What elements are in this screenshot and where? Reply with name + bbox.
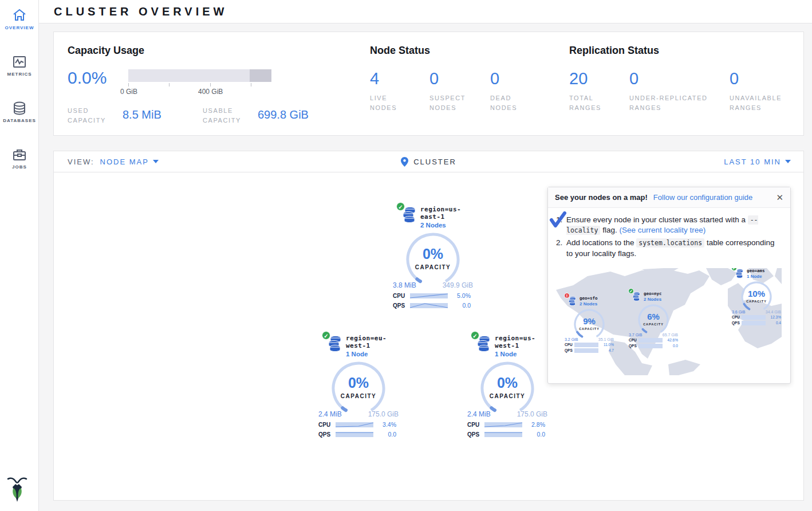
geo-label: geo=nyc [644,291,662,296]
metrics-icon [12,54,27,69]
capacity-percent: 9% [571,316,608,326]
live-nodes-value: 4 [370,70,429,87]
region-label: region=us-west-1 [495,335,553,349]
capacity-caption: CAPACITY [635,323,672,326]
region-card-us-east-1[interactable]: ✓ region=us-east-1 2 Nodes 0% [387,206,479,309]
cpu-label: CPU [629,338,638,342]
unavailable-ranges-label: UNAVAILABLE RANGES [730,93,787,112]
under-replicated-ranges-label: UNDER-REPLICATED RANGES [629,93,721,112]
qps-value: 0.4 [766,321,781,325]
configuration-guide-link[interactable]: Follow our configuration guide [653,193,752,202]
used-capacity-label: USED CAPACITY [68,106,123,125]
system-locations-code: system.locations [636,238,704,247]
capacity-heading: Capacity Usage [68,45,370,57]
cpu-value: 2.8% [522,421,545,428]
database-icon [12,101,27,116]
cpu-value: 11.0% [598,343,614,347]
capacity-caption: CAPACITY [476,393,539,399]
geo-nodes-label: 1 Node [747,274,765,279]
geo-nodes-label: 2 Nodes [644,297,662,302]
region-card-eu-west-1[interactable]: ✓ region=eu-west-1 1 Node 0% C [313,335,404,438]
healthy-check-badge: ✓ [471,331,479,340]
dead-nodes-label: DEAD NODES [490,93,530,112]
cpu-label: CPU [393,293,410,299]
top-bar: CLUSTER OVERVIEW [39,0,812,23]
home-icon [12,8,27,23]
capacity-axis-ticks [128,82,275,87]
region-nodes-link[interactable]: 1 Node [495,351,553,357]
breadcrumb-cluster: CLUSTER [413,158,456,166]
sidebar-item-jobs[interactable]: JOBS [0,139,39,170]
geo-label: geo=ams [747,268,765,273]
region-card-us-west-1[interactable]: ✓ region=us-west-1 1 Node 0% C [462,335,553,438]
popup-step-1: 1.Ensure every node in your cluster was … [556,215,782,235]
capacity-caption: CAPACITY [327,393,390,399]
cpu-sparkline [742,315,766,320]
warning-badge: ! [564,293,570,298]
cpu-label: CPU [565,343,574,347]
capacity-gauge: 0% CAPACITY [327,361,390,410]
view-dropdown[interactable]: NODE MAP [100,158,159,166]
node-map-panel: ✓ region=us-east-1 2 Nodes 0% [53,172,804,501]
usable-capacity-label: USABLE CAPACITY [203,106,258,125]
capacity-caption: CAPACITY [401,264,464,270]
locality-tree-link[interactable]: (See current locality tree) [619,226,705,234]
capacity-percent: 0.0% [68,69,128,87]
sidebar: OVERVIEW METRICS DATABASES JOBS [0,0,39,511]
total-ranges-value: 20 [569,70,629,87]
minimap-card-ams: ✓ geo=ams 1 Node [728,268,782,325]
qps-label: QPS [629,344,638,348]
sidebar-item-overview[interactable]: OVERVIEW [0,0,39,30]
geo-label: geo=sfo [580,296,598,301]
live-nodes-label: LIVE NODES [370,93,410,112]
time-range-dropdown[interactable]: LAST 10 MIN [724,158,791,166]
capacity-percent: 6% [635,312,672,321]
capacity-percent: 0% [476,375,539,391]
suspect-nodes-value: 0 [429,70,490,87]
sidebar-item-label: DATABASES [0,118,39,123]
cpu-label: CPU [732,315,742,319]
capacity-percent: 10% [738,289,775,298]
briefcase-icon [12,147,27,162]
capacity-percent: 0% [327,375,390,391]
cpu-value: 3.4% [373,421,396,428]
healthy-check-badge: ✓ [628,288,634,294]
qps-value: 0.0 [663,344,678,348]
popup-step-2: 2.Add locations to the system.locations … [556,238,782,258]
qps-value: 0.0 [373,431,396,438]
popup-title: See your nodes on a map! [555,193,648,202]
qps-label: QPS [565,348,574,352]
page-title: CLUSTER OVERVIEW [54,5,227,18]
cockroachdb-logo [5,475,30,506]
capacity-gauge: 6% CAPACITY [635,304,672,333]
qps-label: QPS [732,321,742,325]
capacity-usage-section: Capacity Usage 0.0% 0 GiB 400 GiB USED C… [68,45,370,135]
qps-value: 0.0 [448,302,471,309]
view-label: VIEW: [68,158,94,166]
region-nodes-link[interactable]: 2 Nodes [420,222,479,229]
nodes-on-map-popup: See your nodes on a map! Follow our conf… [547,187,791,384]
sidebar-item-metrics[interactable]: METRICS [0,46,39,77]
healthy-check-badge: ✓ [396,202,405,211]
capacity-caption: CAPACITY [571,327,608,331]
capacity-caption: CAPACITY [738,300,775,303]
view-toolbar: CLUSTER VIEW: NODE MAP LAST 10 MIN [53,151,804,172]
qps-sparkline [742,321,766,325]
qps-value: 0.0 [522,431,545,438]
cpu-value: 5.0% [448,292,471,299]
chevron-down-icon [153,160,159,163]
dead-nodes-value: 0 [490,70,547,87]
cpu-sparkline [638,338,663,343]
sidebar-item-label: OVERVIEW [0,25,39,30]
node-status-heading: Node Status [370,45,569,57]
geo-nodes-label: 2 Nodes [580,301,598,306]
region-nodes-link[interactable]: 1 Node [346,351,404,357]
sidebar-item-databases[interactable]: DATABASES [0,93,39,123]
cpu-sparkline [410,292,448,299]
capacity-percent: 0% [401,246,464,262]
suspect-nodes-label: SUSPECT NODES [429,93,472,112]
cpu-value: 12.3% [766,315,781,319]
capacity-bar [128,69,271,82]
cpu-sparkline [484,421,522,428]
close-icon[interactable]: ✕ [776,193,783,202]
